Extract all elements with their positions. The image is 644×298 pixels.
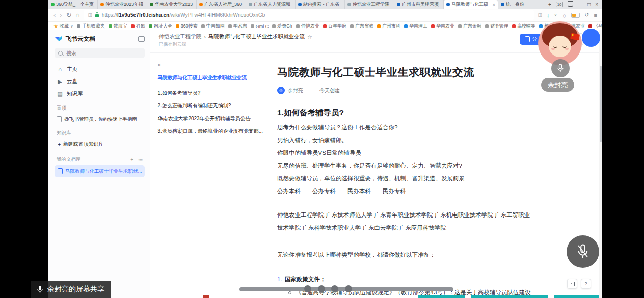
bookmark-item[interactable]: 手机收藏夹: [77, 23, 105, 30]
bookmark-item[interactable]: 爱奇Ch: [272, 23, 292, 30]
bookmark-item[interactable]: 谷歌: [131, 23, 145, 30]
chevron-down-icon[interactable]: ∨: [554, 13, 557, 17]
search-input[interactable]: [65, 50, 141, 57]
author-name: 余封亮: [288, 87, 303, 94]
bookmark-item[interactable]: 学术志: [228, 23, 247, 30]
sidebar-item-知识库[interactable]: ▤知识库: [55, 88, 145, 100]
tab-count-badge[interactable]: 10: [556, 2, 563, 7]
list-view-icon[interactable]: ≔: [138, 157, 143, 162]
bookmark-item[interactable]: 数海宝: [109, 23, 127, 30]
outline-item[interactable]: 2.怎么正确判断有编制还无编制?: [157, 99, 263, 112]
bookmark-item[interactable]: 广州市科: [377, 23, 400, 30]
breadcrumb-item[interactable]: 仲恺农业工程学院: [158, 33, 201, 40]
sidebar-doc-item-selected[interactable]: 马院教师与化工硕士毕业生求职就...: [55, 165, 145, 177]
refresh-icon[interactable]: ↻: [66, 12, 72, 18]
feedback-image-button[interactable]: [567, 279, 577, 289]
doc-meta-row: 余 余封亮 今天创建: [277, 87, 534, 94]
bookmark-item[interactable]: 360搜索: [176, 23, 198, 30]
page-scrollbar[interactable]: [599, 30, 602, 298]
doc-items-list: 马院教师与化工硕士毕业生求职就...: [55, 165, 145, 177]
bookmark-item[interactable]: 高校辅导: [512, 23, 535, 30]
microphone-icon: [37, 285, 43, 294]
outline-item[interactable]: 1.如何备考辅导员?: [157, 87, 263, 99]
browser-tab[interactable]: 仲恺农业2023年招: [98, 0, 147, 9]
extensions-icon[interactable]: ⊞: [538, 12, 542, 18]
secondary-avatar: [582, 29, 600, 47]
add-doc-icon[interactable]: ＋: [129, 156, 135, 163]
bookmark-item[interactable]: 华南理工: [404, 23, 427, 30]
bookmark-favicon-icon: [404, 24, 408, 28]
browser-tab[interactable]: 马院教师与化工硕×: [444, 0, 498, 9]
tab-label: 仲恺农业2023年招: [105, 1, 144, 8]
mute-toggle-button[interactable]: [567, 235, 599, 268]
avatar-blush: [565, 48, 569, 50]
battery-saver-icon[interactable]: [571, 13, 580, 18]
bookmark-favicon-icon: [458, 24, 462, 28]
pinned-doc-item[interactable]: @飞书管理员，你的快速上手指南: [55, 114, 145, 125]
sidebar-item-主页[interactable]: ⌂主页: [55, 63, 145, 75]
image-icon: [570, 282, 575, 286]
outline-collapse-icon[interactable]: «: [157, 61, 263, 68]
outline-title[interactable]: 马院教师与化工硕士毕业生求职就业交流: [157, 74, 263, 82]
bookmark-label: 爱奇Ch: [277, 23, 292, 30]
basket-icon[interactable]: [568, 3, 573, 7]
browser-tab[interactable]: 仲恺农业工程学院: [345, 0, 394, 9]
maximize-button[interactable]: □: [587, 2, 591, 7]
bookmark-item[interactable]: 华南农业: [431, 23, 454, 30]
doc-outline: « 马院教师与化工硕士毕业生求职就业交流 1.如何备考辅导员?2.怎么正确判断有…: [150, 53, 265, 281]
browser-tab[interactable]: 广东省人力资源和: [246, 0, 296, 9]
bookmark-item[interactable]: Gmi C: [251, 23, 269, 30]
screen-share-banner: 余封亮的屏幕共享: [31, 281, 111, 298]
undo-icon[interactable]: ↺: [584, 12, 589, 18]
browser-tab[interactable]: 统一身份: [498, 0, 536, 9]
back-icon[interactable]: ‹: [53, 12, 56, 18]
bookmark-item[interactable]: 财务管理: [485, 23, 508, 30]
browser-tab[interactable]: 华南农业大学2023: [147, 0, 197, 9]
lock-icon: [95, 14, 99, 17]
menu-icon[interactable]: ≡: [594, 12, 597, 18]
bookmark-item[interactable]: 仲恺农业: [296, 23, 319, 30]
bookmark-item[interactable]: 广东省教: [350, 23, 373, 30]
sidebar-item-云盘[interactable]: ▶云盘: [55, 75, 145, 88]
bookmark-item[interactable]: 百年学府: [323, 23, 346, 30]
tabs-container: 360导航_一个主页仲恺农业2023年招华南农业大学2023广东省人社厅_360…: [48, 0, 536, 9]
search-icon: [58, 51, 63, 56]
outline-item[interactable]: 华南农业大学2023年公开招聘辅导员公告: [157, 112, 263, 125]
scrollbar-thumb[interactable]: [600, 66, 602, 142]
url-field[interactable]: ⊞ https://f1v9u5c7fr0.feishu.cn/wiki/WyP…: [84, 10, 533, 20]
search-box[interactable]: [55, 48, 145, 58]
numbered-marker: 1.: [277, 274, 282, 285]
home-icon[interactable]: ⌂: [76, 12, 80, 18]
bookmark-label: 仲恺农业: [301, 23, 319, 30]
new-knowledge-base-button[interactable]: ＋ 新建或置顶知识库: [55, 139, 145, 150]
favorites-menu[interactable]: ★ 收藏 ∨: [53, 23, 73, 30]
tab-label: 站内搜索 - 广东省: [303, 1, 342, 8]
settings-gear-icon[interactable]: ☼: [561, 12, 567, 18]
doc-paragraph: 男怕入错行，女怕嫁错郎。: [277, 134, 534, 147]
forward-icon[interactable]: ›: [60, 12, 62, 18]
star-icon[interactable]: ☆: [307, 34, 312, 40]
collapse-sidebar-icon[interactable]: [138, 36, 145, 42]
browser-tab[interactable]: 360导航_一个主页: [48, 0, 98, 9]
breadcrumb-item[interactable]: 马院教师与化工硕士毕业生求职就业交流: [208, 33, 305, 40]
bookmark-item[interactable]: 广东金融: [458, 23, 481, 30]
feishu-main: 仲恺农业工程学院›马院教师与化工硕士毕业生求职就业交流☆ 已保存到云端 分享 阅…: [150, 30, 602, 298]
bookmarks-list: 手机收藏夹数海宝谷歌网址大全360搜索中国知网学术志Gmi C爱奇Ch仲恺农业百…: [77, 23, 602, 30]
doc-content-row: « 马院教师与化工硕士毕业生求职就业交流 1.如何备考辅导员?2.怎么正确判断有…: [150, 53, 602, 281]
browser-tab[interactable]: 广州市科美经营项: [394, 0, 444, 9]
help-button[interactable]: ?: [581, 279, 591, 289]
browser-tab[interactable]: 站内搜索 - 广东省: [296, 0, 345, 9]
scroll-dot: [318, 285, 325, 292]
bookmark-item[interactable]: 中国知网: [201, 23, 225, 30]
outline-item[interactable]: 3.党员档案归属，最终就业的企业没有党支部...: [157, 125, 263, 138]
sidebar-nav: ⌂主页▶云盘▤知识库: [55, 63, 145, 100]
home-icon: ⌂: [57, 66, 63, 72]
close-window-button[interactable]: ×: [595, 2, 598, 7]
download-icon[interactable]: ↓: [547, 12, 550, 18]
browser-tab[interactable]: 广东省人社厅_360: [197, 0, 246, 9]
minimize-button[interactable]: —: [578, 2, 583, 7]
question-icon: ?: [584, 281, 587, 286]
tab-close-icon[interactable]: ×: [493, 2, 495, 7]
new-tab-button[interactable]: +: [548, 2, 551, 7]
bookmark-item[interactable]: 网址大全: [149, 23, 172, 30]
